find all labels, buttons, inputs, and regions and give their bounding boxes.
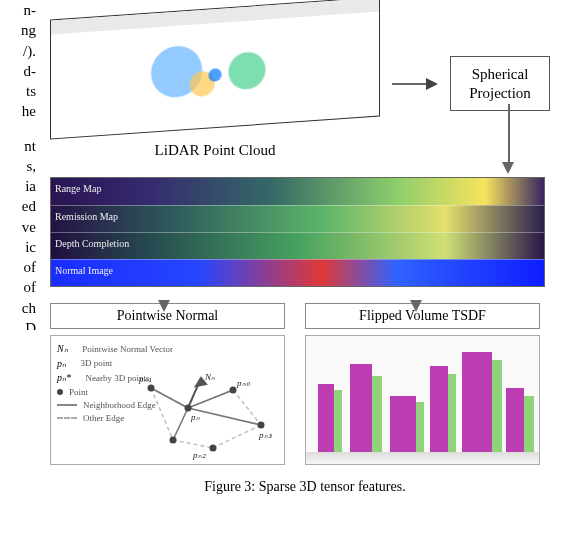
normal-image-map: Normal Image <box>51 259 544 286</box>
svg-text:pₙ: pₙ <box>190 412 200 422</box>
spherical-projection-box: Spherical Projection <box>450 56 550 112</box>
svg-line-3 <box>173 440 213 448</box>
point-cloud-block: LiDAR Point Cloud <box>50 8 380 159</box>
arrow-pc-to-sproj <box>392 78 438 90</box>
tsdf-render <box>305 335 540 465</box>
connector-vert <box>508 104 510 164</box>
projection-maps: Range Map Remission Map Depth Completion… <box>50 177 545 287</box>
svg-text:pₙ₀: pₙ₀ <box>236 378 250 388</box>
arrow-down-icon <box>158 300 170 312</box>
point-cloud-box <box>50 0 380 140</box>
tsdf-title: Flipped Volume TSDF <box>305 303 540 329</box>
line-solid-icon <box>57 404 77 406</box>
point-cloud-scatter <box>55 12 375 134</box>
point-cloud-label: LiDAR Point Cloud <box>50 142 380 159</box>
svg-point-14 <box>230 387 237 394</box>
svg-point-17 <box>258 422 265 429</box>
depth-completion-map: Depth Completion <box>51 232 544 259</box>
range-map: Range Map <box>51 178 544 205</box>
left-cropped-text: n- ng /). d- ts he nt s, ia ed ve ic of … <box>0 0 38 330</box>
figure-area: LiDAR Point Cloud Spherical Projection R… <box>50 8 560 495</box>
svg-text:pₙ₂: pₙ₂ <box>192 450 206 460</box>
line-dashed-icon <box>57 417 77 419</box>
label-Nn: Nₙ <box>204 372 215 382</box>
pointwise-diagram: Nₙ pₙ pₙ₀ pₙ₁ pₙ₂ pₙ₃ <box>133 370 278 460</box>
top-row: LiDAR Point Cloud Spherical Projection <box>50 8 560 159</box>
svg-line-5 <box>213 425 261 448</box>
svg-text:pₙ₁: pₙ₁ <box>138 374 152 384</box>
pointwise-normal-box: Nₙ Pointwise Normal Vector pₙ 3D point p… <box>50 335 285 465</box>
pointwise-normal-panel: Pointwise Normal Nₙ Pointwise Normal Vec… <box>50 303 285 465</box>
svg-point-13 <box>185 405 192 412</box>
svg-line-8 <box>173 408 188 440</box>
arrow-down-icon <box>410 300 422 312</box>
svg-point-15 <box>170 437 177 444</box>
svg-line-2 <box>151 388 173 440</box>
figure-caption: Figure 3: Sparse 3D tensor features. <box>50 479 560 495</box>
svg-point-12 <box>148 385 155 392</box>
dot-icon <box>57 389 63 395</box>
remission-map: Remission Map <box>51 205 544 232</box>
tsdf-panel: Flipped Volume TSDF <box>305 303 540 465</box>
svg-point-16 <box>210 445 217 452</box>
bottom-row: Pointwise Normal Nₙ Pointwise Normal Vec… <box>50 303 560 465</box>
svg-text:pₙ₃: pₙ₃ <box>258 430 272 440</box>
svg-line-7 <box>151 388 188 408</box>
arrow-down-icon <box>502 162 514 174</box>
